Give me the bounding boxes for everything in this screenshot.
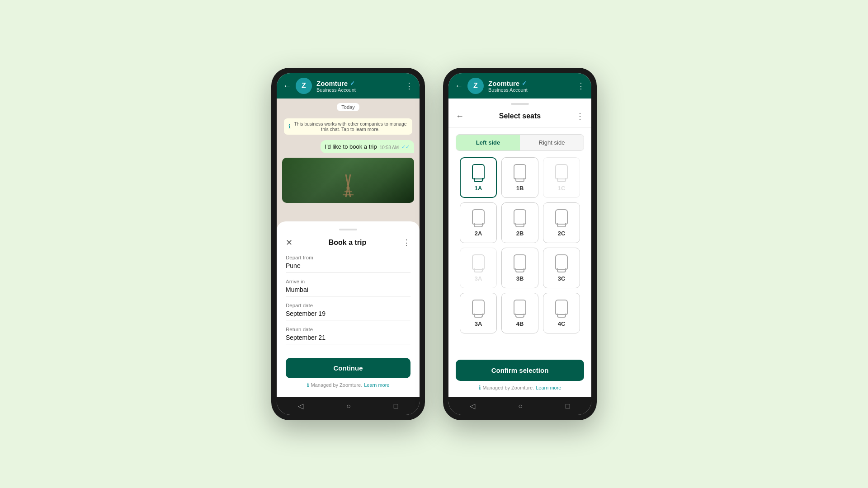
chat-image	[282, 158, 414, 203]
seat-icon-3A-2	[472, 300, 485, 315]
phone-2: ← Z Zoomture ✓ Business Account ⋮ ← Sele…	[443, 68, 597, 420]
seat-2A[interactable]: 2A	[460, 202, 497, 243]
contact-name-2: Zoomture ✓	[488, 80, 572, 87]
return-date-field: Return date September 21	[286, 327, 410, 344]
seat-icon-2A	[472, 209, 485, 225]
seat-4C[interactable]: 4C	[543, 293, 580, 333]
seat-row-4: 3A 4B 4C	[456, 293, 584, 333]
depart-from-value[interactable]: Pune	[286, 262, 410, 272]
sent-message: I'd like to book a trip 10:58 AM ✓✓	[321, 140, 414, 153]
seat-label-2B: 2B	[516, 230, 524, 237]
close-button[interactable]: ✕	[286, 238, 292, 248]
arrive-in-value[interactable]: Mumbai	[286, 286, 410, 296]
more-icon[interactable]: ⋮	[405, 81, 413, 91]
seat-4B[interactable]: 4B	[501, 293, 538, 333]
seat-2C[interactable]: 2C	[543, 202, 580, 243]
seat-label-1B: 1B	[516, 185, 524, 192]
seat-icon-1B	[514, 164, 526, 179]
info-icon: ℹ	[288, 123, 291, 130]
seat-back-icon[interactable]: ←	[456, 112, 464, 121]
seat-1A[interactable]: 1A	[460, 157, 497, 198]
tab-right-side[interactable]: Right side	[520, 135, 584, 150]
depart-date-label: Depart date	[286, 303, 410, 308]
nav-back-icon[interactable]: ◁	[298, 402, 303, 410]
depart-from-label: Depart from	[286, 255, 410, 260]
seat-label-2C: 2C	[558, 230, 566, 237]
verified-icon: ✓	[350, 80, 355, 87]
seat-label-3A-2: 3A	[475, 320, 482, 327]
sheet-title: Book a trip	[329, 239, 367, 247]
seat-bottom: Confirm selection ℹ Managed by Zoomture.…	[448, 353, 591, 397]
seat-icon-2C	[555, 209, 568, 225]
arrive-in-label: Arrive in	[286, 279, 410, 284]
learn-more-link[interactable]: Learn more	[364, 382, 389, 388]
seat-selector-header: ← Select seats ⋮	[448, 105, 591, 128]
seat-3A-2[interactable]: 3A	[460, 293, 497, 333]
nav-home-icon-2[interactable]: ○	[518, 402, 523, 410]
seat-icon-3A-1	[472, 254, 485, 270]
tab-left-side[interactable]: Left side	[456, 135, 520, 150]
nav-square-icon-2[interactable]: □	[566, 402, 570, 410]
seat-label-4C: 4C	[558, 320, 566, 327]
seat-row-1: 1A 1B 1C	[456, 157, 584, 198]
seat-label-3A-1: 3A	[475, 275, 482, 282]
seat-label-4B: 4B	[516, 320, 524, 327]
seat-2B[interactable]: 2B	[501, 202, 538, 243]
phone-navbar: ◁ ○ □	[277, 397, 420, 415]
sheet-handle	[339, 229, 357, 230]
seat-3A-1: 3A	[460, 248, 497, 288]
nav-home-icon[interactable]: ○	[346, 402, 351, 410]
managed-footer-2: ℹ Managed by Zoomture. Learn more	[456, 385, 584, 391]
seat-row-3: 3A 3B 3C	[456, 248, 584, 288]
seat-icon-4B	[514, 300, 526, 315]
seat-selector: ← Select seats ⋮ Left side Right side 1A	[448, 99, 591, 397]
return-date-value[interactable]: September 21	[286, 334, 410, 344]
footer-info-icon: ℹ	[307, 382, 309, 388]
seat-label-1C: 1C	[558, 185, 566, 192]
depart-date-field: Depart date September 19	[286, 303, 410, 320]
system-message[interactable]: ℹ This business works with other compani…	[284, 118, 412, 135]
back-icon-2[interactable]: ←	[455, 81, 463, 91]
return-date-label: Return date	[286, 327, 410, 332]
phone-1: ← Z Zoomture ✓ Business Account ⋮ Today …	[271, 68, 425, 420]
learn-more-link-2[interactable]: Learn more	[536, 385, 561, 390]
contact-info: Zoomture ✓ Business Account	[316, 80, 401, 93]
confirm-selection-button[interactable]: Confirm selection	[456, 360, 584, 381]
chat-area: Today ℹ This business works with other c…	[277, 99, 420, 397]
seat-1B[interactable]: 1B	[501, 157, 538, 198]
sheet-header: ✕ Book a trip ⋮	[286, 238, 410, 248]
seat-icon-1A	[472, 164, 485, 179]
back-icon[interactable]: ←	[283, 81, 291, 91]
arrive-in-field: Arrive in Mumbai	[286, 279, 410, 296]
seat-1C: 1C	[543, 157, 580, 198]
side-tabs: Left side Right side	[456, 134, 584, 151]
depart-date-value[interactable]: September 19	[286, 310, 410, 320]
phone-navbar-2: ◁ ○ □	[448, 397, 591, 415]
seat-icon-4C	[555, 300, 568, 315]
seat-grid: 1A 1B 1C 2A	[448, 157, 591, 353]
sheet-more-icon[interactable]: ⋮	[402, 238, 410, 248]
verified-icon-2: ✓	[522, 80, 527, 87]
message-time: 10:58 AM	[380, 145, 399, 150]
seat-3B[interactable]: 3B	[501, 248, 538, 288]
seat-label-3C: 3C	[558, 275, 566, 282]
seat-3C[interactable]: 3C	[543, 248, 580, 288]
booking-sheet: ✕ Book a trip ⋮ Depart from Pune Arrive …	[277, 221, 420, 397]
whatsapp-header: ← Z Zoomture ✓ Business Account ⋮	[277, 73, 420, 99]
seat-more-icon[interactable]: ⋮	[576, 111, 584, 121]
seat-icon-3C	[555, 254, 568, 270]
seat-label-3B: 3B	[516, 275, 524, 282]
footer-info-icon-2: ℹ	[479, 385, 481, 391]
continue-button[interactable]: Continue	[286, 358, 410, 378]
avatar: Z	[296, 78, 312, 94]
message-ticks: ✓✓	[401, 144, 410, 150]
depart-from-field: Depart from Pune	[286, 255, 410, 272]
account-type: Business Account	[316, 87, 401, 93]
avatar-2: Z	[467, 78, 484, 94]
nav-back-icon-2[interactable]: ◁	[470, 402, 475, 410]
nav-square-icon[interactable]: □	[394, 402, 398, 410]
more-icon-2[interactable]: ⋮	[577, 81, 585, 91]
whatsapp-header-2: ← Z Zoomture ✓ Business Account ⋮	[448, 73, 591, 99]
seat-icon-3B	[514, 254, 526, 270]
contact-name: Zoomture ✓	[316, 80, 401, 87]
